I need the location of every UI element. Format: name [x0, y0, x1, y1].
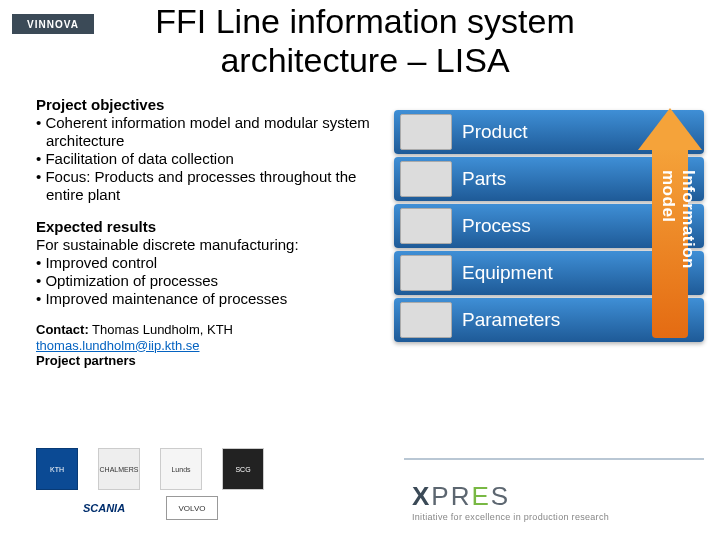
- list-item: Improved maintenance of processes: [36, 290, 376, 308]
- contact-label: Contact:: [36, 322, 89, 337]
- thumb-icon: [400, 208, 452, 244]
- bar-label: Equipment: [462, 262, 553, 284]
- results-head: Expected results: [36, 218, 376, 236]
- xpres-logo: XPRES Initiative for excellence in produ…: [412, 481, 702, 522]
- partner-logo-kth: KTH: [36, 448, 78, 490]
- diagram-bar-product: Product: [394, 110, 704, 154]
- list-item: Improved control: [36, 254, 376, 272]
- thumb-icon: [400, 255, 452, 291]
- list-item: Coherent information model and modular s…: [36, 114, 376, 150]
- thumb-icon: [400, 114, 452, 150]
- results-intro: For sustainable discrete manufacturing:: [36, 236, 376, 254]
- partner-logo-volvo: VOLVO: [166, 496, 218, 520]
- info-model-diagram: Product Parts Process Equipment Paramete…: [394, 110, 704, 345]
- diagram-bar-equipment: Equipment: [394, 251, 704, 295]
- vinnova-logo: VINNOVA: [12, 14, 94, 34]
- objectives-head: Project objectives: [36, 96, 376, 114]
- body-text: Project objectives Coherent information …: [36, 96, 376, 369]
- contact-name: Thomas Lundholm, KTH: [92, 322, 233, 337]
- objectives-list: Coherent information model and modular s…: [36, 114, 376, 204]
- partners-head: Project partners: [36, 353, 376, 369]
- bar-label: Process: [462, 215, 531, 237]
- xpres-x: X: [412, 481, 431, 511]
- bar-label: Parameters: [462, 309, 560, 331]
- xpres-mid: PR: [431, 481, 471, 511]
- list-item: Optimization of processes: [36, 272, 376, 290]
- diagram-bar-process: Process: [394, 204, 704, 248]
- list-item: Focus: Products and processes throughout…: [36, 168, 376, 204]
- partners-row-2: SCANIA VOLVO: [70, 496, 218, 520]
- contact-line: Contact: Thomas Lundholm, KTH thomas.lun…: [36, 322, 376, 353]
- diagram-bar-parts: Parts: [394, 157, 704, 201]
- bar-label: Parts: [462, 168, 506, 190]
- thumb-icon: [400, 161, 452, 197]
- page-title: FFI Line information system architecture…: [105, 2, 625, 80]
- divider: [404, 458, 704, 460]
- partner-logo-scg: SCG: [222, 448, 264, 490]
- diagram-bar-parameters: Parameters: [394, 298, 704, 342]
- partner-logo-lunds: Lunds: [160, 448, 202, 490]
- xpres-e: E: [471, 481, 490, 511]
- xpres-end: S: [491, 481, 510, 511]
- partner-logo-chalmers: CHALMERS: [98, 448, 140, 490]
- results-list: Improved control Optimization of process…: [36, 254, 376, 308]
- xpres-tagline: Initiative for excellence in production …: [412, 512, 702, 522]
- thumb-icon: [400, 302, 452, 338]
- list-item: Facilitation of data collection: [36, 150, 376, 168]
- contact-email-link[interactable]: thomas.lundholm@iip.kth.se: [36, 338, 200, 353]
- partner-logo-scania: SCANIA: [70, 496, 138, 520]
- partners-row-1: KTH CHALMERS Lunds SCG: [36, 448, 264, 490]
- bar-label: Product: [462, 121, 527, 143]
